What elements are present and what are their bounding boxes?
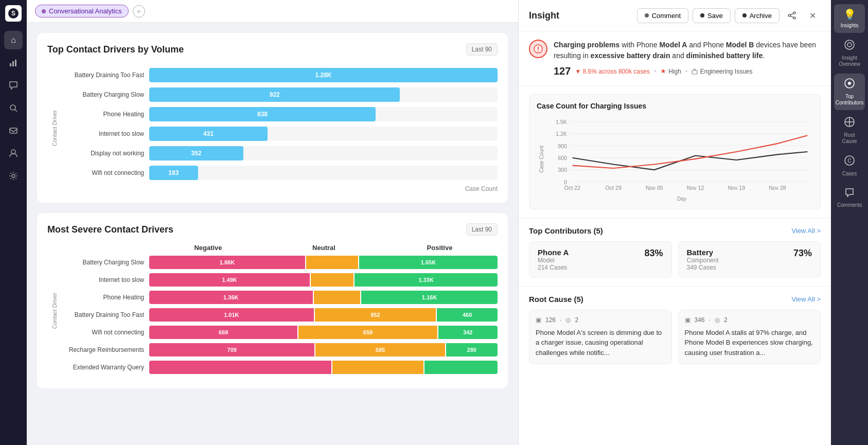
- svg-text:0: 0: [564, 179, 567, 185]
- edge-comments-icon[interactable]: Comments: [834, 183, 865, 212]
- svg-line-13: [790, 13, 793, 15]
- stacked-bar-container: 1.49K 1.33K: [149, 273, 498, 287]
- seg-neg: [149, 361, 331, 374]
- insight-alert: Charging problems with Phone Model A and…: [529, 40, 821, 77]
- alert-battery-life: diminished battery life: [686, 51, 763, 60]
- comments-glyph: [844, 187, 855, 200]
- bar-row: Internet too slow 431: [62, 127, 498, 141]
- active-tab[interactable]: Conversational Analytics: [35, 5, 129, 17]
- bar-fill: 838: [149, 107, 376, 121]
- bar-label: Wifi not connecting: [62, 169, 144, 176]
- bar-fill: 1.28K: [149, 68, 498, 82]
- bar-label: Battery Draining Too Fast: [62, 72, 144, 79]
- contrib-name-0: Phone A: [538, 248, 569, 257]
- mini-chart-title: Case Count for Charging Issues: [537, 102, 813, 110]
- share-button[interactable]: [784, 7, 800, 24]
- root-cause-title: Root Cause (5): [529, 295, 583, 304]
- alert-meta: 127 ▼ 8.6% across 800k cases • High • En…: [554, 65, 821, 77]
- comment-button[interactable]: Comment: [637, 8, 688, 23]
- archive-dot: [742, 13, 747, 17]
- search-nav-icon[interactable]: [4, 99, 23, 117]
- stacked-bars-container: Battery Charging Slow 1.88K 1.65K Intern…: [62, 256, 498, 374]
- stacked-bar-row: Recharge Reimbursements 709 585 280: [62, 343, 498, 357]
- chart1-badge: Last 90: [466, 43, 498, 56]
- tab-dot: [42, 9, 46, 13]
- root-cause-card-0: ▣ 126 · ◎ 2 Phone Model A's screen is di…: [529, 310, 672, 365]
- edge-root-cause-icon[interactable]: Root Cause: [834, 112, 865, 149]
- overview-label: Insight Overview: [836, 55, 863, 67]
- stacked-header-row: Negative Neutral Positive: [62, 244, 498, 252]
- app-logo[interactable]: S: [5, 5, 22, 22]
- svg-text:300: 300: [558, 167, 567, 173]
- contrib-cases-0: 214 Cases: [538, 264, 663, 271]
- bar-fill: 183: [149, 166, 198, 180]
- stacked-bar-row: Battery Charging Slow 1.88K 1.65K: [62, 256, 498, 269]
- svg-point-5: [10, 105, 15, 110]
- svg-point-10: [793, 12, 795, 14]
- stacked-bar-row: Extended Warranty Query: [62, 361, 498, 374]
- left-sidebar: S ⌂: [0, 0, 27, 445]
- save-button[interactable]: Save: [693, 8, 731, 23]
- svg-rect-3: [12, 61, 14, 66]
- svg-rect-4: [15, 60, 16, 66]
- add-tab-button[interactable]: +: [133, 5, 145, 17]
- bar-track: 922: [149, 87, 498, 102]
- chart2-header: Most Severe Contact Drivers Last 90: [47, 223, 498, 236]
- rc-meta-1: ▣ 346 · ◎ 2: [685, 316, 814, 324]
- archive-label: Archive: [750, 12, 772, 20]
- message-nav-icon[interactable]: [4, 121, 23, 140]
- stacked-bar-row: Internet too slow 1.49K 1.33K: [62, 273, 498, 287]
- svg-text:600: 600: [558, 155, 567, 161]
- archive-button[interactable]: Archive: [735, 8, 780, 23]
- chart-y-axis: Case Count: [537, 116, 546, 202]
- mini-chart-section: Case Count for Charging Issues Case Coun…: [519, 86, 831, 218]
- insights-label: Insights: [841, 23, 858, 29]
- rc-count1-1: 346: [695, 316, 705, 324]
- seg-pos: 1.65K: [359, 256, 498, 269]
- y-axis-label-2: Contact Driver: [47, 293, 62, 329]
- top-contact-drivers-chart: Top Contact Drivers by Volume Last 90 Co…: [37, 33, 508, 203]
- edge-insights-icon[interactable]: 💡 Insights: [834, 4, 865, 33]
- bar-track: 838: [149, 107, 498, 121]
- edge-cases-icon[interactable]: C Cases: [834, 151, 865, 181]
- root-cause-edge-label: Root Cause: [836, 132, 863, 145]
- alert-text: Charging problems with Phone Model A and…: [554, 40, 821, 61]
- chart1-header: Top Contact Drivers by Volume Last 90: [47, 43, 498, 56]
- settings-nav-icon[interactable]: [4, 167, 23, 185]
- svg-line-14: [790, 16, 793, 17]
- bar-row: Battery Draining Too Fast 1.28K: [62, 68, 498, 82]
- line-chart-svg: 1.5K 1.2K 900 600 300 0: [551, 116, 813, 193]
- stacked-bar-label: Recharge Reimbursements: [62, 346, 144, 353]
- save-dot: [700, 13, 704, 17]
- save-label: Save: [707, 12, 723, 20]
- stacked-bar-row: Phone Heating 1.36K 1.16K: [62, 291, 498, 304]
- priority-label: High: [668, 68, 681, 75]
- edge-insight-overview-icon[interactable]: Insight Overview: [834, 35, 865, 72]
- stacked-bar-container: 709 585 280: [149, 343, 498, 357]
- svg-point-40: [848, 82, 851, 85]
- rc-sep-0: ·: [560, 316, 561, 324]
- svg-text:C: C: [847, 158, 851, 164]
- close-button[interactable]: ✕: [804, 7, 821, 24]
- analytics-nav-icon[interactable]: [4, 54, 23, 72]
- contributors-section: Top Contributors (5) View All > Phone A …: [519, 218, 831, 287]
- seg-pos: 1.16K: [361, 291, 498, 304]
- seg-neg: 1.88K: [149, 256, 305, 269]
- svg-rect-7: [10, 128, 17, 133]
- seg-pos: 460: [437, 308, 498, 322]
- svg-point-9: [12, 174, 15, 177]
- home-nav-icon[interactable]: ⌂: [4, 31, 23, 49]
- contributors-view-all[interactable]: View All >: [792, 227, 821, 235]
- user-nav-icon[interactable]: [4, 144, 23, 163]
- contrib-type-0: Model: [538, 257, 569, 264]
- edge-top-contributors-icon[interactable]: Top Contributors: [834, 74, 865, 110]
- insight-body: Charging problems with Phone Model A and…: [519, 31, 831, 86]
- chat-nav-icon[interactable]: [4, 76, 23, 95]
- stacked-bar-label: Battery Draining Too Fast: [62, 311, 144, 318]
- rc-count2-1: 2: [724, 316, 728, 324]
- svg-text:S: S: [11, 10, 15, 17]
- right-edge-sidebar: 💡 Insights Insight Overview Top Contribu…: [831, 0, 868, 445]
- root-cause-view-all[interactable]: View All >: [792, 295, 821, 303]
- seg-neu: [314, 291, 361, 304]
- comments-edge-label: Comments: [837, 202, 862, 208]
